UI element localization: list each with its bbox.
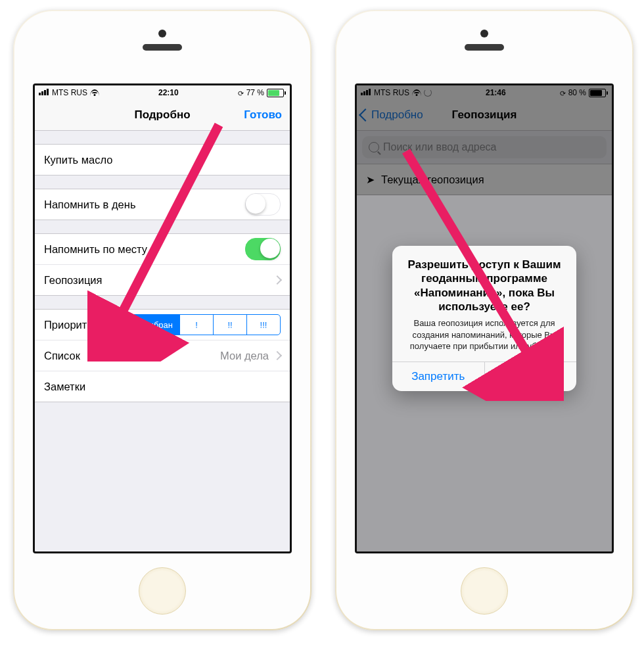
remind-on-day-label: Напомнить в день: [44, 199, 135, 211]
remind-day-switch[interactable]: [245, 193, 281, 216]
status-bar: MTS RUS 22:10 ⟳ 77 %: [35, 85, 290, 100]
front-camera: [480, 30, 488, 37]
priority-label: Приоритет: [44, 319, 97, 331]
priority-high[interactable]: !!!: [246, 315, 280, 335]
permission-alert: Разрешить доступ к Вашим геоданным прогр…: [392, 246, 576, 391]
priority-segmented[interactable]: Не выбран ! !! !!!: [122, 314, 281, 335]
notes-label: Заметки: [44, 381, 85, 393]
signal-icon: [39, 88, 49, 97]
battery-icon: [267, 89, 286, 97]
chevron-right-icon: [273, 275, 282, 285]
chevron-right-icon: [273, 351, 282, 360]
phone-right: MTS RUS 21:46 ⟳ 80 % Подробно: [335, 10, 633, 630]
remind-location-switch[interactable]: [245, 238, 281, 260]
rotation-lock-icon: ⟳: [238, 89, 244, 98]
deny-button[interactable]: Запретить: [392, 362, 484, 391]
screen-left: MTS RUS 22:10 ⟳ 77 % Подробно Готово: [33, 83, 292, 553]
list-value: Мои дела: [220, 350, 269, 362]
earpiece-speaker: [465, 44, 504, 51]
priority-low[interactable]: !: [179, 315, 213, 335]
priority-med[interactable]: !!: [213, 315, 246, 335]
notes-row[interactable]: Заметки: [35, 371, 290, 402]
remind-at-location-row[interactable]: Напомнить по месту: [35, 234, 290, 264]
phone-body: MTS RUS 22:10 ⟳ 77 % Подробно Готово: [14, 11, 310, 629]
clock: 22:10: [158, 88, 179, 97]
location-row[interactable]: Геопозиция: [35, 264, 290, 295]
details-form: Купить масло Напомнить в день Напомнить …: [35, 144, 290, 402]
reminder-title-text: Купить масло: [44, 154, 113, 166]
priority-row[interactable]: Приоритет Не выбран ! !! !!!: [35, 310, 290, 340]
remind-on-day-row[interactable]: Напомнить в день: [35, 189, 290, 220]
allow-button[interactable]: Разрешить: [484, 362, 577, 391]
home-button[interactable]: [139, 567, 186, 615]
carrier-label: MTS RUS: [52, 88, 87, 97]
location-label: Геопозиция: [44, 274, 103, 287]
list-label: Список: [44, 350, 80, 362]
screen-right: MTS RUS 21:46 ⟳ 80 % Подробно: [355, 83, 614, 553]
done-button[interactable]: Готово: [244, 108, 282, 122]
phone-left: MTS RUS 22:10 ⟳ 77 % Подробно Готово: [13, 10, 311, 630]
remind-at-location-label: Напомнить по месту: [44, 243, 147, 256]
reminder-title-field[interactable]: Купить масло: [35, 145, 290, 175]
alert-message: Ваша геопозиция используется для создани…: [403, 317, 566, 352]
nav-title: Подробно: [134, 108, 190, 122]
front-camera: [158, 30, 166, 37]
list-row[interactable]: Список Мои дела: [35, 340, 290, 371]
wifi-icon: [90, 89, 99, 96]
alert-backdrop: Разрешить доступ к Вашим геоданным прогр…: [357, 85, 612, 551]
nav-bar: Подробно Готово: [35, 100, 290, 131]
battery-percent: 77 %: [246, 88, 264, 97]
home-button[interactable]: [461, 567, 508, 615]
earpiece-speaker: [143, 44, 182, 51]
phone-body: MTS RUS 21:46 ⟳ 80 % Подробно: [336, 11, 632, 629]
alert-title: Разрешить доступ к Вашим геоданным прогр…: [403, 258, 566, 314]
priority-none[interactable]: Не выбран: [123, 315, 179, 335]
